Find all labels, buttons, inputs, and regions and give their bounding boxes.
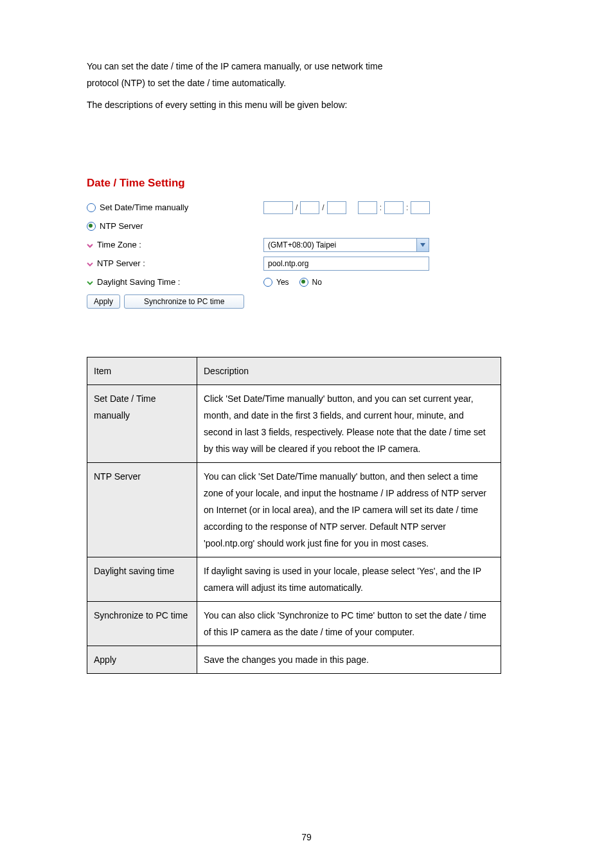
dst-yes-radio[interactable] xyxy=(263,278,272,287)
month-input[interactable] xyxy=(300,201,319,214)
timezone-select[interactable]: (GMT+08:00) Taipei xyxy=(263,238,429,252)
apply-button[interactable]: Apply xyxy=(87,294,120,309)
ntp-server-field-label: NTP Server : xyxy=(97,258,145,268)
dst-yes-label: Yes xyxy=(276,278,289,287)
intro-line-1: You can set the date / time of the IP ca… xyxy=(87,61,382,71)
table-row: NTP Server You can click 'Set Date/Time … xyxy=(87,463,501,557)
item-cell: NTP Server xyxy=(87,463,197,557)
table-header-row: Item Description xyxy=(87,357,501,385)
day-input[interactable] xyxy=(327,201,346,214)
item-cell: Daylight saving time xyxy=(87,557,197,602)
chevron-down-icon xyxy=(416,239,429,251)
year-input[interactable] xyxy=(263,201,293,214)
table-row: Apply Save the changes you made in this … xyxy=(87,646,501,674)
page-number: 79 xyxy=(0,832,613,842)
desc-cell: Click 'Set Date/Time manually' button, a… xyxy=(197,385,501,463)
dst-no-label: No xyxy=(312,278,322,287)
sync-button-label: Synchronize to PC time xyxy=(144,297,224,306)
intro-line-2: protocol (NTP) to set the date / time au… xyxy=(87,78,286,88)
desc-cell: You can also click 'Synchronize to PC ti… xyxy=(197,602,501,646)
bullet-icon xyxy=(87,242,93,248)
table-row: Set Date / Time manually Click 'Set Date… xyxy=(87,385,501,463)
timezone-select-value: (GMT+08:00) Taipei xyxy=(264,240,416,249)
bullet-icon xyxy=(87,260,93,267)
intro-paragraph: You can set the date / time of the IP ca… xyxy=(87,58,504,113)
item-cell: Synchronize to PC time xyxy=(87,602,197,646)
minute-input[interactable] xyxy=(384,201,404,214)
set-manually-radio[interactable] xyxy=(87,203,96,212)
hour-input[interactable] xyxy=(358,201,377,214)
datetime-settings-panel: Date / Time Setting Set Date/Time manual… xyxy=(87,177,504,309)
dst-no-radio[interactable] xyxy=(299,278,308,287)
item-cell: Set Date / Time manually xyxy=(87,385,197,463)
intro-line-3: The descriptions of every setting in thi… xyxy=(87,96,504,113)
table-row: Daylight saving time If daylight saving … xyxy=(87,557,501,602)
apply-button-label: Apply xyxy=(94,297,113,306)
set-manually-label: Set Date/Time manually xyxy=(100,203,188,212)
desc-cell: If daylight saving is used in your local… xyxy=(197,557,501,602)
ntp-server-radio[interactable] xyxy=(87,222,96,231)
date-sep-1: / xyxy=(296,203,298,212)
item-cell: Apply xyxy=(87,646,197,674)
header-desc: Description xyxy=(197,357,501,385)
panel-title: Date / Time Setting xyxy=(87,177,504,190)
desc-cell: Save the changes you made in this page. xyxy=(197,646,501,674)
settings-description-table: Item Description Set Date / Time manuall… xyxy=(87,357,501,674)
bullet-icon xyxy=(87,279,93,285)
timezone-label: Time Zone : xyxy=(97,240,141,249)
second-input[interactable] xyxy=(411,201,430,214)
time-sep-1: : xyxy=(380,203,382,212)
sync-pc-time-button[interactable]: Synchronize to PC time xyxy=(124,294,244,309)
date-sep-2: / xyxy=(322,203,324,212)
table-row: Synchronize to PC time You can also clic… xyxy=(87,602,501,646)
desc-cell: You can click 'Set Date/Time manually' b… xyxy=(197,463,501,557)
manual-datetime-inputs: / / : : xyxy=(263,201,430,214)
ntp-server-input[interactable] xyxy=(263,257,429,271)
dst-label: Daylight Saving Time : xyxy=(97,277,180,287)
time-sep-2: : xyxy=(406,203,408,212)
header-item: Item xyxy=(87,357,197,385)
ntp-server-radio-label: NTP Server xyxy=(100,221,143,231)
